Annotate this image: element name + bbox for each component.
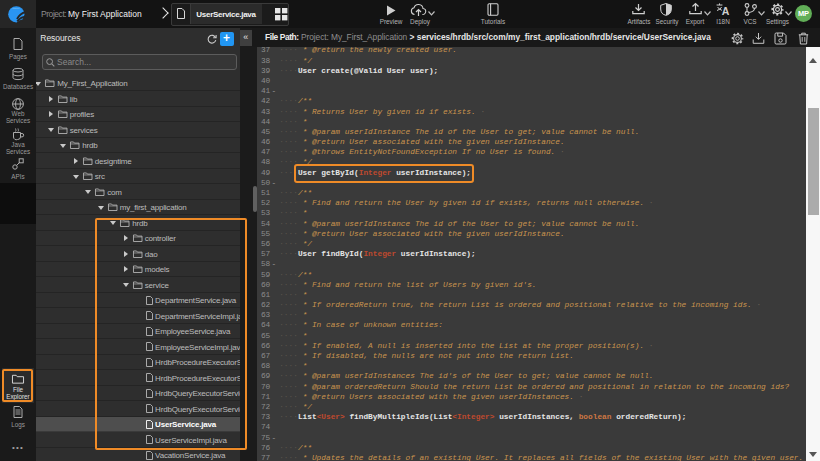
svg-text:A: A (722, 5, 730, 17)
